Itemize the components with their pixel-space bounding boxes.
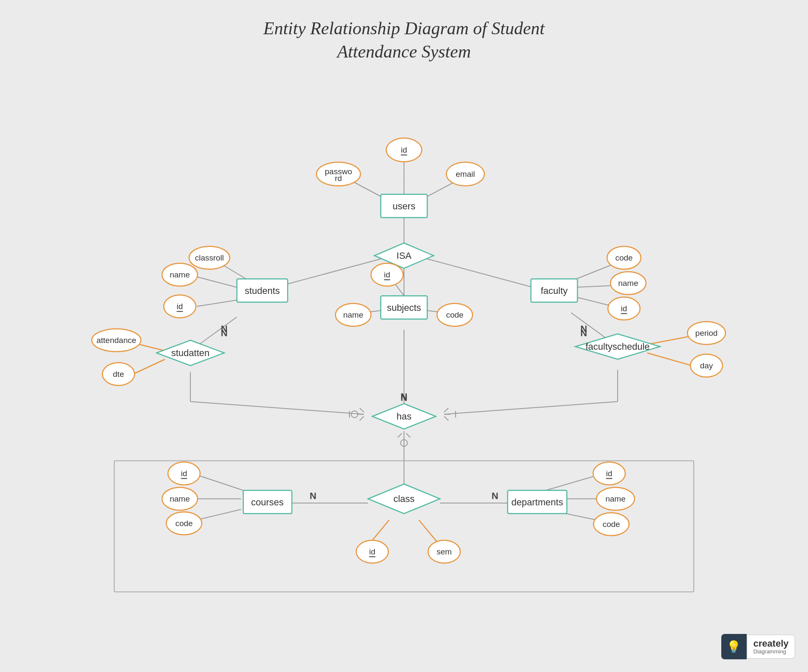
- attr-fschedule-period-label: period: [695, 329, 718, 337]
- attr-studatten-attendance-label: attendance: [96, 336, 136, 345]
- attr-students-id-label: id: [177, 302, 183, 311]
- svg-line-33: [199, 476, 243, 491]
- mult-courses-N: N: [310, 491, 316, 501]
- attr-fschedule-day-label: day: [700, 361, 713, 370]
- attr-students-name-label: name: [170, 270, 190, 279]
- entity-users-label: users: [393, 201, 415, 211]
- svg-line-6: [423, 258, 533, 288]
- svg-line-46: [444, 417, 448, 421]
- creately-sub-text: Diagramming: [753, 649, 789, 655]
- attr-subjects-code-label: code: [446, 310, 463, 319]
- mult-departments-N: N: [492, 491, 498, 501]
- attr-subjects-name-label: name: [343, 310, 363, 319]
- svg-line-5: [275, 258, 385, 288]
- svg-line-39: [360, 408, 364, 412]
- svg-line-22: [647, 353, 692, 366]
- diagram-title: Entity Relationship Diagram of Student A…: [0, 0, 808, 63]
- mult-N-students: N: [221, 324, 228, 334]
- entity-class-label: class: [393, 494, 415, 504]
- mult-N-subjects: N: [401, 392, 407, 403]
- svg-line-44: [444, 408, 448, 412]
- attr-faculty-code-label: code: [615, 253, 632, 262]
- svg-line-27: [444, 402, 618, 414]
- entity-courses-label: courses: [251, 497, 283, 507]
- creately-logo: 💡 creately Diagramming: [721, 634, 795, 659]
- svg-line-24: [190, 402, 364, 414]
- main-container: Entity Relationship Diagram of Student A…: [0, 0, 808, 672]
- attr-users-id-label: id: [401, 145, 407, 154]
- svg-line-11: [571, 264, 613, 281]
- svg-line-50: [406, 433, 410, 438]
- entity-subjects-label: subjects: [387, 302, 421, 313]
- entity-faculty-label: faculty: [541, 285, 568, 296]
- er-diagram: users ISA students faculty subjects stud…: [34, 68, 774, 647]
- mult-N-faculty: N: [580, 324, 587, 334]
- attr-users-email-label: email: [456, 170, 475, 178]
- svg-line-10: [197, 300, 237, 307]
- title-line1: Entity Relationship Diagram of Student: [264, 19, 545, 38]
- attr-courses-code-label: code: [175, 519, 192, 528]
- attr-users-password-d: rd: [335, 174, 342, 183]
- attr-courses-name-label: name: [170, 494, 190, 503]
- svg-line-41: [360, 417, 364, 421]
- rel-facultyschedule-label: facultyschedule: [585, 341, 650, 352]
- attr-studatten-dte-label: dte: [113, 370, 124, 379]
- svg-line-48: [398, 433, 402, 438]
- attr-students-classroll-label: classroll: [195, 253, 224, 262]
- attr-departments-name-label: name: [605, 494, 626, 503]
- diagram-area: users ISA students faculty subjects stud…: [34, 68, 774, 647]
- rel-studatten-label: studatten: [171, 348, 210, 358]
- title-line2: Attendance System: [337, 42, 471, 61]
- attr-faculty-id-label: id: [621, 304, 627, 313]
- svg-point-42: [351, 411, 358, 418]
- svg-line-35: [197, 510, 241, 520]
- creately-text-box: creately Diagramming: [747, 634, 795, 659]
- attr-faculty-name-label: name: [618, 279, 638, 288]
- entity-departments-label: departments: [511, 497, 563, 507]
- attr-class-sem-label: sem: [437, 547, 452, 556]
- rel-isa-label: ISA: [396, 250, 412, 261]
- attr-courses-id-label: id: [181, 469, 187, 478]
- bulb-emoji: 💡: [726, 640, 741, 654]
- svg-line-8: [197, 277, 237, 288]
- creately-bulb-icon: 💡: [721, 634, 747, 659]
- attr-class-id-label: id: [369, 547, 376, 556]
- attr-departments-code-label: code: [602, 520, 620, 529]
- attr-departments-id-label: id: [606, 469, 613, 478]
- creately-main-text: creately: [753, 639, 789, 649]
- svg-line-36: [546, 476, 596, 491]
- svg-line-21: [647, 336, 692, 345]
- rel-has-label: has: [396, 411, 411, 422]
- svg-line-20: [133, 359, 165, 374]
- entity-students-label: students: [245, 285, 280, 296]
- attr-subjects-id-label: id: [384, 270, 390, 279]
